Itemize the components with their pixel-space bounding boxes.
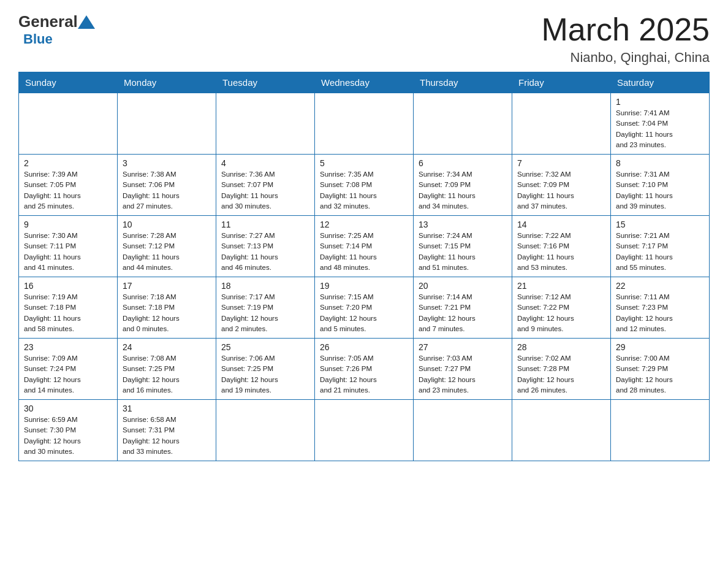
- day-info: Sunrise: 7:17 AM Sunset: 7:19 PM Dayligh…: [221, 292, 309, 334]
- calendar-day-empty: [512, 400, 611, 461]
- day-info: Sunrise: 7:19 AM Sunset: 7:18 PM Dayligh…: [24, 292, 112, 334]
- calendar-week-row: 2Sunrise: 7:39 AM Sunset: 7:05 PM Daylig…: [19, 155, 710, 216]
- calendar-day-26: 26Sunrise: 7:05 AM Sunset: 7:26 PM Dayli…: [315, 339, 414, 400]
- day-info: Sunrise: 7:00 AM Sunset: 7:29 PM Dayligh…: [616, 353, 704, 396]
- logo-blue-label: Blue: [23, 31, 53, 47]
- day-info: Sunrise: 7:11 AM Sunset: 7:23 PM Dayligh…: [616, 292, 704, 334]
- calendar-day-24: 24Sunrise: 7:08 AM Sunset: 7:25 PM Dayli…: [118, 339, 216, 400]
- day-number: 10: [123, 220, 211, 229]
- day-number: 9: [24, 220, 112, 229]
- calendar-day-15: 15Sunrise: 7:21 AM Sunset: 7:17 PM Dayli…: [611, 216, 710, 277]
- page-header: General Blue March 2025 Nianbo, Qinghai,…: [18, 12, 710, 66]
- day-info: Sunrise: 7:12 AM Sunset: 7:22 PM Dayligh…: [517, 292, 605, 334]
- calendar-table: SundayMondayTuesdayWednesdayThursdayFrid…: [18, 72, 710, 461]
- calendar-day-19: 19Sunrise: 7:15 AM Sunset: 7:20 PM Dayli…: [315, 277, 414, 339]
- calendar-day-3: 3Sunrise: 7:38 AM Sunset: 7:06 PM Daylig…: [118, 155, 216, 216]
- day-number: 14: [517, 220, 605, 229]
- day-info: Sunrise: 7:35 AM Sunset: 7:08 PM Dayligh…: [320, 169, 408, 212]
- day-info: Sunrise: 7:25 AM Sunset: 7:14 PM Dayligh…: [320, 231, 408, 273]
- logo-general-text: General: [18, 12, 95, 31]
- weekday-header-monday: Monday: [118, 72, 216, 93]
- day-number: 26: [320, 342, 408, 352]
- weekday-header-thursday: Thursday: [414, 72, 512, 93]
- day-number: 6: [419, 158, 507, 168]
- calendar-day-11: 11Sunrise: 7:27 AM Sunset: 7:13 PM Dayli…: [216, 216, 315, 277]
- day-number: 24: [123, 342, 211, 352]
- calendar-day-empty: [216, 400, 315, 461]
- day-number: 8: [616, 158, 704, 168]
- day-info: Sunrise: 7:36 AM Sunset: 7:07 PM Dayligh…: [221, 169, 309, 212]
- calendar-day-8: 8Sunrise: 7:31 AM Sunset: 7:10 PM Daylig…: [611, 155, 710, 216]
- logo: General Blue: [18, 12, 95, 47]
- calendar-day-14: 14Sunrise: 7:22 AM Sunset: 7:16 PM Dayli…: [512, 216, 611, 277]
- title-section: March 2025 Nianbo, Qinghai, China: [541, 12, 710, 66]
- day-info: Sunrise: 7:02 AM Sunset: 7:28 PM Dayligh…: [517, 353, 605, 396]
- day-number: 15: [616, 220, 704, 229]
- day-info: Sunrise: 7:03 AM Sunset: 7:27 PM Dayligh…: [419, 353, 507, 396]
- day-info: Sunrise: 7:15 AM Sunset: 7:20 PM Dayligh…: [320, 292, 408, 334]
- day-number: 7: [517, 158, 605, 168]
- day-info: Sunrise: 7:18 AM Sunset: 7:18 PM Dayligh…: [123, 292, 211, 334]
- day-info: Sunrise: 7:24 AM Sunset: 7:15 PM Dayligh…: [419, 231, 507, 273]
- weekday-header-row: SundayMondayTuesdayWednesdayThursdayFrid…: [19, 72, 710, 93]
- day-info: Sunrise: 7:27 AM Sunset: 7:13 PM Dayligh…: [221, 231, 309, 273]
- day-number: 16: [24, 281, 112, 291]
- day-number: 18: [221, 281, 309, 291]
- weekday-header-sunday: Sunday: [19, 72, 118, 93]
- day-info: Sunrise: 7:28 AM Sunset: 7:12 PM Dayligh…: [123, 231, 211, 273]
- calendar-day-22: 22Sunrise: 7:11 AM Sunset: 7:23 PM Dayli…: [611, 277, 710, 339]
- day-info: Sunrise: 7:38 AM Sunset: 7:06 PM Dayligh…: [123, 169, 211, 212]
- calendar-day-18: 18Sunrise: 7:17 AM Sunset: 7:19 PM Dayli…: [216, 277, 315, 339]
- calendar-day-6: 6Sunrise: 7:34 AM Sunset: 7:09 PM Daylig…: [414, 155, 512, 216]
- calendar-header: SundayMondayTuesdayWednesdayThursdayFrid…: [19, 72, 710, 93]
- calendar-body: 1Sunrise: 7:41 AM Sunset: 7:04 PM Daylig…: [19, 93, 710, 461]
- day-number: 25: [221, 342, 309, 352]
- day-info: Sunrise: 7:30 AM Sunset: 7:11 PM Dayligh…: [24, 231, 112, 273]
- day-number: 19: [320, 281, 408, 291]
- calendar-day-empty: [315, 400, 414, 461]
- calendar-day-9: 9Sunrise: 7:30 AM Sunset: 7:11 PM Daylig…: [19, 216, 118, 277]
- weekday-header-tuesday: Tuesday: [216, 72, 315, 93]
- day-info: Sunrise: 7:39 AM Sunset: 7:05 PM Dayligh…: [24, 169, 112, 212]
- calendar-day-23: 23Sunrise: 7:09 AM Sunset: 7:24 PM Dayli…: [19, 339, 118, 400]
- day-number: 31: [123, 404, 211, 413]
- day-number: 29: [616, 342, 704, 352]
- calendar-day-31: 31Sunrise: 6:58 AM Sunset: 7:31 PM Dayli…: [118, 400, 216, 461]
- logo-general-label: General: [18, 12, 78, 31]
- calendar-day-27: 27Sunrise: 7:03 AM Sunset: 7:27 PM Dayli…: [414, 339, 512, 400]
- calendar-day-empty: [118, 93, 216, 155]
- calendar-day-10: 10Sunrise: 7:28 AM Sunset: 7:12 PM Dayli…: [118, 216, 216, 277]
- calendar-week-row: 30Sunrise: 6:59 AM Sunset: 7:30 PM Dayli…: [19, 400, 710, 461]
- calendar-day-12: 12Sunrise: 7:25 AM Sunset: 7:14 PM Dayli…: [315, 216, 414, 277]
- day-info: Sunrise: 7:31 AM Sunset: 7:10 PM Dayligh…: [616, 169, 704, 212]
- calendar-day-empty: [19, 93, 118, 155]
- day-number: 30: [24, 404, 112, 413]
- day-number: 22: [616, 281, 704, 291]
- calendar-day-5: 5Sunrise: 7:35 AM Sunset: 7:08 PM Daylig…: [315, 155, 414, 216]
- day-info: Sunrise: 6:59 AM Sunset: 7:30 PM Dayligh…: [24, 415, 112, 457]
- day-info: Sunrise: 7:09 AM Sunset: 7:24 PM Dayligh…: [24, 353, 112, 396]
- day-number: 2: [24, 158, 112, 168]
- calendar-day-16: 16Sunrise: 7:19 AM Sunset: 7:18 PM Dayli…: [19, 277, 118, 339]
- calendar-day-17: 17Sunrise: 7:18 AM Sunset: 7:18 PM Dayli…: [118, 277, 216, 339]
- weekday-header-saturday: Saturday: [611, 72, 710, 93]
- day-info: Sunrise: 7:41 AM Sunset: 7:04 PM Dayligh…: [616, 108, 704, 150]
- calendar-week-row: 16Sunrise: 7:19 AM Sunset: 7:18 PM Dayli…: [19, 277, 710, 339]
- calendar-day-30: 30Sunrise: 6:59 AM Sunset: 7:30 PM Dayli…: [19, 400, 118, 461]
- day-info: Sunrise: 7:05 AM Sunset: 7:26 PM Dayligh…: [320, 353, 408, 396]
- logo-icon: [78, 15, 95, 29]
- day-number: 27: [419, 342, 507, 352]
- calendar-day-empty: [414, 93, 512, 155]
- day-number: 11: [221, 220, 309, 229]
- day-number: 28: [517, 342, 605, 352]
- day-number: 23: [24, 342, 112, 352]
- day-number: 12: [320, 220, 408, 229]
- day-number: 21: [517, 281, 605, 291]
- day-info: Sunrise: 7:21 AM Sunset: 7:17 PM Dayligh…: [616, 231, 704, 273]
- day-info: Sunrise: 6:58 AM Sunset: 7:31 PM Dayligh…: [123, 415, 211, 457]
- calendar-day-2: 2Sunrise: 7:39 AM Sunset: 7:05 PM Daylig…: [19, 155, 118, 216]
- day-number: 5: [320, 158, 408, 168]
- day-info: Sunrise: 7:06 AM Sunset: 7:25 PM Dayligh…: [221, 353, 309, 396]
- day-number: 4: [221, 158, 309, 168]
- calendar-day-20: 20Sunrise: 7:14 AM Sunset: 7:21 PM Dayli…: [414, 277, 512, 339]
